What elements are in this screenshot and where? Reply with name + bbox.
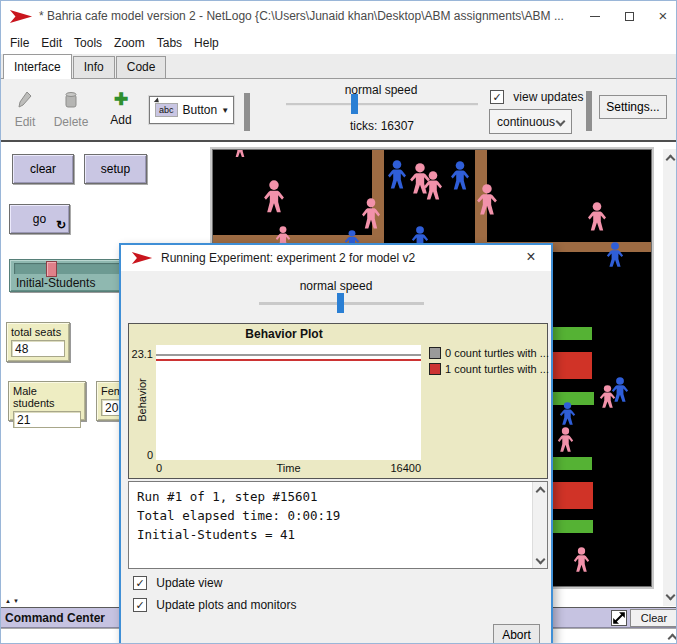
clear-button[interactable]: clear bbox=[12, 154, 74, 184]
menu-tools[interactable]: Tools bbox=[68, 34, 108, 52]
output-scrollbar[interactable] bbox=[532, 482, 547, 568]
maximize-button[interactable] bbox=[613, 1, 645, 31]
netlogo-logo-icon bbox=[131, 251, 153, 265]
tab-info[interactable]: Info bbox=[73, 56, 115, 78]
plot-series-line bbox=[156, 359, 421, 361]
experiment-output[interactable]: Run #1 of 1, step #15601Total elapsed ti… bbox=[128, 481, 548, 569]
x-axis-max: 16400 bbox=[390, 462, 421, 474]
menu-zoom[interactable]: Zoom bbox=[108, 34, 151, 52]
go-label: go bbox=[33, 212, 46, 226]
vertical-scrollbar[interactable] bbox=[663, 149, 677, 606]
tab-interface[interactable]: Interface bbox=[3, 54, 72, 79]
behavior-plot: Behavior Plot 23.1 0 Behavior 0 Time 164… bbox=[128, 323, 548, 479]
widget-type-dropdown[interactable]: abc Button ▼ bbox=[149, 96, 234, 124]
menu-edit[interactable]: Edit bbox=[35, 34, 68, 52]
running-experiment-dialog: Running Experiment: experiment 2 for mod… bbox=[119, 243, 553, 644]
toolbar: Edit Delete ✚ Add abc Button ▼ normal sp… bbox=[1, 79, 677, 142]
dialog-title: Running Experiment: experiment 2 for mod… bbox=[161, 251, 415, 265]
scroll-down-icon[interactable] bbox=[535, 555, 545, 565]
delete-button[interactable]: Delete bbox=[51, 91, 91, 129]
dialog-speed-slider-handle[interactable] bbox=[337, 293, 344, 313]
monitor-total-seats: total seats 48 bbox=[6, 322, 70, 362]
output-line: Total elapsed time: 0:00:19 bbox=[137, 506, 539, 525]
legend-label: 1 count turtles with ... bbox=[445, 363, 549, 375]
update-view-row: ✓ Update view bbox=[133, 575, 222, 590]
update-mode-dropdown[interactable]: continuous bbox=[489, 109, 572, 134]
button-widget-icon: abc bbox=[155, 103, 178, 117]
toolbar-separator bbox=[244, 93, 250, 131]
person-pink-icon bbox=[361, 198, 381, 230]
person-blue-icon bbox=[387, 160, 407, 190]
edit-label: Edit bbox=[5, 115, 45, 129]
output-line: Initial-Students = 41 bbox=[137, 525, 539, 544]
slider-label: Initial-Students bbox=[16, 276, 95, 290]
toolbar-separator bbox=[586, 91, 592, 131]
history-up-icon[interactable] bbox=[667, 632, 677, 642]
menu-tabs[interactable]: Tabs bbox=[151, 34, 188, 52]
setup-button[interactable]: setup bbox=[84, 154, 147, 184]
monitor-value: 21 bbox=[13, 411, 81, 428]
check-icon: ✓ bbox=[492, 91, 501, 103]
command-center-clear-button[interactable]: Clear bbox=[630, 609, 677, 627]
plot-title: Behavior Plot bbox=[129, 327, 439, 341]
ticks-counter: ticks: 16307 bbox=[286, 119, 478, 133]
scroll-up-icon[interactable] bbox=[535, 485, 545, 495]
plus-icon: ✚ bbox=[101, 89, 141, 111]
dialog-speed-label: normal speed bbox=[121, 279, 551, 293]
person-pink-icon bbox=[263, 180, 285, 214]
abort-button[interactable]: Abort bbox=[493, 624, 540, 644]
person-pink-icon bbox=[573, 547, 590, 573]
netlogo-window: * Bahria cafe model version 2 - NetLogo … bbox=[0, 0, 677, 644]
widget-type-value: Button bbox=[183, 103, 218, 117]
output-line: Run #1 of 1, step #15601 bbox=[137, 487, 539, 506]
forever-icon: ↻ bbox=[56, 219, 66, 231]
monitor-label: Male students bbox=[13, 385, 81, 409]
menu-file[interactable]: File bbox=[4, 34, 35, 52]
dropdown-arrow-icon: ▼ bbox=[221, 106, 229, 115]
chevron-down-icon bbox=[555, 117, 564, 127]
speed-slider-label: normal speed bbox=[286, 83, 476, 97]
update-mode-value: continuous bbox=[497, 115, 555, 129]
person-blue-icon bbox=[450, 161, 470, 191]
speed-slider[interactable] bbox=[286, 103, 478, 106]
minimize-button[interactable] bbox=[579, 1, 611, 31]
legend-entry: 0 count turtles with ... bbox=[429, 345, 549, 361]
plot-area bbox=[156, 345, 421, 460]
dialog-close-button[interactable]: × bbox=[521, 248, 541, 266]
go-button[interactable]: go ↻ bbox=[9, 204, 70, 234]
add-button[interactable]: ✚ Add bbox=[101, 89, 141, 127]
person-pink-icon bbox=[233, 149, 247, 158]
close-button[interactable]: × bbox=[647, 1, 677, 31]
view-updates-label: view updates bbox=[513, 90, 583, 104]
window-title: * Bahria cafe model version 2 - NetLogo … bbox=[39, 9, 564, 23]
update-view-checkbox[interactable]: ✓ bbox=[133, 576, 147, 590]
command-center-splitter[interactable]: ▲▼ bbox=[5, 598, 21, 604]
pencil-icon bbox=[5, 91, 45, 113]
person-pink-icon bbox=[599, 385, 616, 409]
update-plots-label: Update plots and monitors bbox=[156, 598, 296, 612]
person-pink-icon bbox=[476, 184, 498, 216]
view-updates-checkbox[interactable]: ✓ bbox=[490, 90, 504, 104]
scroll-up-icon[interactable] bbox=[665, 153, 675, 163]
expand-icon[interactable] bbox=[611, 610, 627, 626]
scroll-down-icon[interactable] bbox=[665, 591, 675, 601]
person-pink-icon bbox=[557, 427, 574, 453]
legend-label: 0 count turtles with ... bbox=[445, 347, 549, 359]
tab-code[interactable]: Code bbox=[116, 56, 167, 78]
check-icon: ✓ bbox=[135, 599, 144, 611]
legend-entry: 1 count turtles with ... bbox=[429, 361, 549, 377]
slider-handle[interactable] bbox=[46, 261, 57, 277]
monitor-label: total seats bbox=[11, 326, 65, 338]
y-axis-label: Behavior bbox=[136, 370, 148, 430]
settings-button[interactable]: Settings... bbox=[599, 95, 667, 119]
update-plots-checkbox[interactable]: ✓ bbox=[133, 598, 147, 612]
speed-slider-handle[interactable] bbox=[351, 94, 358, 114]
legend-swatch-red bbox=[429, 363, 441, 375]
menu-help[interactable]: Help bbox=[188, 34, 225, 52]
y-axis-min: 0 bbox=[140, 449, 153, 461]
update-plots-row: ✓ Update plots and monitors bbox=[133, 597, 296, 612]
tab-bar: InterfaceInfoCode bbox=[1, 54, 677, 79]
check-icon: ✓ bbox=[135, 577, 144, 589]
edit-button[interactable]: Edit bbox=[5, 91, 45, 129]
monitor-male-students: Male students 21 bbox=[8, 381, 86, 421]
